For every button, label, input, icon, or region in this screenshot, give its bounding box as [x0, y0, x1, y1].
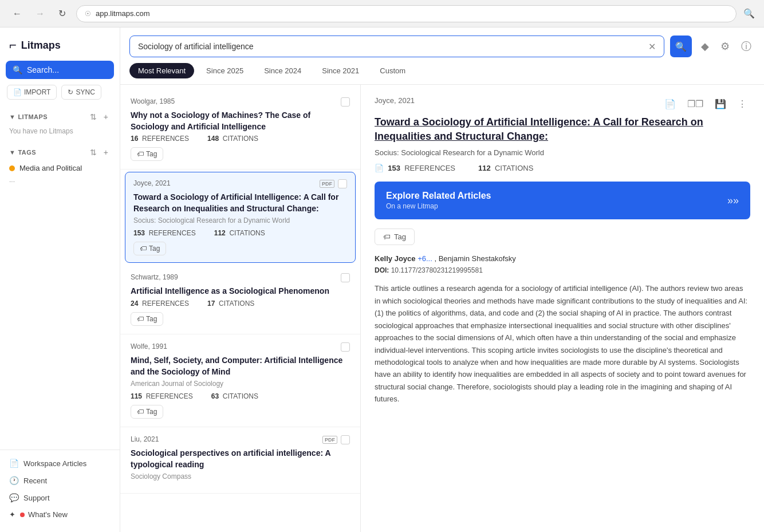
sidebar: ⌐ Litmaps 🔍 Search... 📄 IMPORT ↻ SYNC ▼ …	[0, 27, 120, 532]
search-button[interactable]: 🔍 Search...	[6, 61, 114, 79]
article-4-actions	[341, 342, 350, 352]
chevron-down-icon: ▼	[9, 113, 15, 120]
article-card-3-header: Schwartz, 1989	[131, 273, 350, 282]
detail-more-button[interactable]: ⋮	[734, 96, 750, 112]
litmaps-section-actions: ⇅ +	[88, 111, 111, 123]
help-tool-button[interactable]: ⓘ	[738, 37, 755, 56]
article-3-year: Schwartz, 1989	[131, 273, 178, 281]
article-4-checkbox[interactable]	[341, 342, 350, 352]
article-3-tag-label: Tag	[146, 315, 157, 323]
article-card-1[interactable]: Woolgar, 1985 Why not a Sociology of Mac…	[120, 89, 360, 170]
detail-pdf-button[interactable]: 📄	[661, 96, 679, 112]
sidebar-item-media-political[interactable]: Media and Political	[9, 161, 111, 175]
tag-label-media-political: Media and Political	[19, 164, 82, 172]
sidebar-item-whats-new[interactable]: ✦ What's New	[0, 506, 120, 523]
sidebar-item-support[interactable]: 💬 Support	[0, 489, 120, 506]
article-4-tag-label: Tag	[146, 408, 157, 416]
article-2-year: Joyce, 2021	[133, 179, 171, 187]
back-button[interactable]: ←	[9, 6, 25, 21]
sidebar-bottom: 📄 Workspace Articles 🕐 Recent 💬 Support …	[0, 450, 120, 525]
whats-new-icon: ✦	[9, 510, 15, 519]
tag-icon-4: 🏷	[137, 408, 144, 416]
support-icon: 💬	[9, 493, 19, 502]
article-2-meta: 153 REFERENCES 112 CITATIONS	[133, 229, 347, 237]
detail-references: 📄 153 REFERENCES	[375, 164, 455, 172]
article-3-tag-button[interactable]: 🏷 Tag	[131, 312, 163, 326]
article-5-year: Liu, 2021	[131, 435, 159, 443]
sync-icon: ↻	[68, 88, 73, 96]
article-3-references: 24 REFERENCES	[131, 300, 198, 308]
article-card-5[interactable]: Liu, 2021 PDF Sociological perspectives …	[120, 427, 360, 494]
search-input-wrap: ✕	[129, 36, 664, 57]
litmaps-add-button[interactable]: +	[101, 111, 111, 123]
app-container: ⌐ Litmaps 🔍 Search... 📄 IMPORT ↻ SYNC ▼ …	[0, 27, 764, 532]
forward-button[interactable]: →	[32, 6, 48, 21]
article-2-checkbox[interactable]	[338, 179, 347, 188]
logo-icon: ⌐	[9, 38, 17, 53]
address-bar[interactable]: ☉ app.litmaps.com	[76, 5, 737, 22]
article-4-title: Mind, Self, Society, and Computer: Artif…	[131, 355, 350, 377]
tags-add-button[interactable]: +	[101, 147, 111, 158]
article-3-checkbox[interactable]	[341, 273, 350, 282]
article-card-2-header: Joyce, 2021 PDF	[133, 179, 347, 188]
search-label: Search...	[27, 65, 59, 74]
litmaps-sort-button[interactable]: ⇅	[88, 111, 99, 123]
search-go-button[interactable]: 🔍	[670, 36, 692, 57]
search-row: ✕ 🔍 ◆ ⚙ ⓘ	[129, 36, 755, 57]
article-5-actions: PDF	[322, 435, 350, 444]
article-1-checkbox[interactable]	[341, 97, 350, 107]
import-button[interactable]: 📄 IMPORT	[7, 85, 57, 100]
article-2-journal: Socius: Sociological Research for a Dyna…	[133, 216, 347, 224]
article-card-3[interactable]: Schwartz, 1989 Artificial Intelligence a…	[120, 265, 360, 334]
article-1-tag-button[interactable]: 🏷 Tag	[131, 147, 163, 161]
article-list: Woolgar, 1985 Why not a Sociology of Mac…	[120, 85, 361, 532]
filter-custom[interactable]: Custom	[371, 63, 414, 78]
article-2-tag-label: Tag	[149, 245, 160, 253]
logo-text: Litmaps	[21, 40, 61, 52]
sync-label: SYNC	[76, 88, 94, 96]
sidebar-item-recent[interactable]: 🕐 Recent	[0, 472, 120, 489]
article-card-4[interactable]: Wolfe, 1991 Mind, Self, Society, and Com…	[120, 334, 360, 427]
litmaps-section-header: ▼ LITMAPS ⇅ +	[9, 111, 111, 123]
detail-cite-button[interactable]: ❐❐	[684, 96, 707, 112]
filter-most-relevant[interactable]: Most Relevant	[129, 63, 194, 78]
explore-related-button[interactable]: Explore Related Articles On a new Litmap…	[375, 182, 750, 219]
article-1-title: Why not a Sociology of Machines? The Cas…	[131, 110, 350, 132]
detail-authors-rest: , Benjamin Shestakofsky	[434, 254, 515, 263]
detail-meta: 📄 153 REFERENCES 112 CITATIONS	[375, 164, 750, 172]
search-input[interactable]	[138, 42, 645, 51]
filter-since-2024[interactable]: Since 2024	[255, 63, 310, 78]
article-3-title: Artificial Intelligence as a Sociologica…	[131, 286, 350, 297]
recent-icon: 🕐	[9, 476, 19, 485]
sync-button[interactable]: ↻ SYNC	[61, 85, 101, 100]
detail-tag-icon: 🏷	[383, 232, 391, 241]
article-4-year: Wolfe, 1991	[131, 342, 167, 350]
detail-actions: 📄 ❐❐ 💾 ⋮	[661, 96, 750, 112]
shield-icon: ☉	[85, 10, 91, 18]
detail-tag-button[interactable]: 🏷 Tag	[375, 228, 415, 245]
litmaps-section: ▼ LITMAPS ⇅ + You have no Litmaps	[0, 107, 120, 142]
app-logo: ⌐ Litmaps	[0, 34, 120, 61]
detail-header: Joyce, 2021 📄 ❐❐ 💾 ⋮	[375, 96, 750, 112]
tags-section: ▼ TAGS ⇅ + Media and Political ...	[0, 142, 120, 187]
article-2-tag-button[interactable]: 🏷 Tag	[133, 242, 166, 255]
article-2-citations: 112 CITATIONS	[214, 229, 274, 237]
tags-sort-button[interactable]: ⇅	[88, 147, 99, 158]
detail-tag-row: 🏷 Tag	[375, 228, 750, 245]
browser-search-button[interactable]: 🔍	[743, 8, 755, 19]
search-clear-button[interactable]: ✕	[645, 40, 659, 53]
article-card-2[interactable]: Joyce, 2021 PDF Toward a Sociology of Ar…	[125, 172, 356, 263]
tags-section-title: ▼ TAGS	[9, 149, 36, 156]
settings-tool-button[interactable]: ⚙	[717, 37, 733, 56]
litmaps-section-title: ▼ LITMAPS	[9, 113, 48, 120]
filter-since-2021[interactable]: Since 2021	[313, 63, 368, 78]
article-5-checkbox[interactable]	[341, 435, 350, 444]
detail-save-button[interactable]: 💾	[711, 96, 730, 112]
reload-button[interactable]: ↻	[55, 6, 69, 21]
article-4-tag-button[interactable]: 🏷 Tag	[131, 405, 163, 419]
sidebar-item-workspace-articles[interactable]: 📄 Workspace Articles	[0, 455, 120, 472]
filter-since-2025[interactable]: Since 2025	[198, 63, 252, 78]
import-icon: 📄	[13, 88, 22, 96]
bookmark-tool-button[interactable]: ◆	[698, 37, 712, 56]
detail-authors-more-link[interactable]: +6...	[418, 254, 432, 263]
